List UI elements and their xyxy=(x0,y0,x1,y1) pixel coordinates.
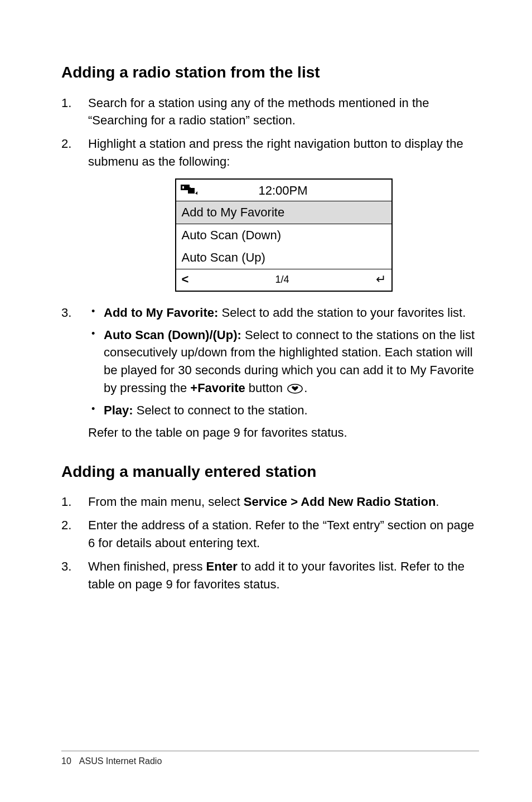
submenu-row-scan-down: Auto Scan (Down) xyxy=(176,224,391,247)
heading-add-manual: Adding a manually entered station xyxy=(61,461,479,484)
bullet-add-favorite: Add to My Favorite: Select to add the st… xyxy=(88,304,479,322)
step-2-text: Highlight a station and press the right … xyxy=(88,137,463,168)
bullet-add-favorite-text: Select to add the station to your favori… xyxy=(218,306,466,320)
s2-step-1b: . xyxy=(436,495,439,509)
submenu-footer-mid: 1/4 xyxy=(188,272,375,287)
heart-button-icon xyxy=(287,384,303,394)
s2-step-3: When finished, press Enter to add it to … xyxy=(61,558,479,593)
svg-rect-3 xyxy=(182,186,184,189)
steps-list-2: From the main menu, select Service > Add… xyxy=(61,493,479,593)
bullet-add-favorite-label: Add to My Favorite: xyxy=(104,306,218,320)
bullet-auto-scan: Auto Scan (Down)/(Up): Select to connect… xyxy=(88,326,479,398)
s2-step-3a: When finished, press xyxy=(88,559,206,573)
bullet-auto-scan-text-c: . xyxy=(304,381,307,395)
svg-marker-7 xyxy=(195,191,197,195)
svg-rect-5 xyxy=(189,189,194,192)
s2-step-3-bold: Enter xyxy=(206,559,238,573)
heading-add-from-list: Adding a radio station from the list xyxy=(61,61,479,84)
bullet-play-text: Select to connect to the station. xyxy=(133,403,308,417)
svg-rect-6 xyxy=(186,187,191,189)
step-3: Add to My Favorite: Select to add the st… xyxy=(61,304,479,442)
submenu-time: 12:00PM xyxy=(242,182,387,200)
step-1: Search for a station using any of the me… xyxy=(61,94,479,130)
step-2: Highlight a station and press the right … xyxy=(61,135,479,291)
submenu-footer-left: < xyxy=(182,270,189,288)
plus-favorite-bold: +Favorite xyxy=(190,381,245,395)
submenu-row-scan-up: Auto Scan (Up) xyxy=(176,247,391,269)
step-3-bullets: Add to My Favorite: Select to add the st… xyxy=(88,304,479,419)
submenu-row-favorite: Add to My Favorite xyxy=(176,201,391,224)
page-number: 10 xyxy=(61,756,71,766)
s2-step-1-bold: Service > Add New Radio Station xyxy=(244,495,436,509)
bullet-auto-scan-text-b: button xyxy=(245,381,286,395)
footer-title: ASUS Internet Radio xyxy=(79,756,162,766)
s2-step-2: Enter the address of a station. Refer to… xyxy=(61,516,479,552)
s2-step-1: From the main menu, select Service > Add… xyxy=(61,493,479,511)
s2-step-1a: From the main menu, select xyxy=(88,495,244,509)
submenu-header: 12:00PM xyxy=(176,180,391,201)
bullet-auto-scan-label: Auto Scan (Down)/(Up): xyxy=(104,328,241,342)
enter-icon: ↵ xyxy=(376,270,386,288)
step-3-refer-note: Refer to the table on page 9 for favorit… xyxy=(88,424,479,442)
submenu-footer: < 1/4 ↵ xyxy=(176,269,391,291)
submenu-screenshot: 12:00PM Add to My Favorite Auto Scan (Do… xyxy=(175,178,393,291)
page-footer: 10ASUS Internet Radio xyxy=(61,751,479,767)
steps-list-1: Search for a station using any of the me… xyxy=(61,94,479,442)
bullet-play-label: Play: xyxy=(104,403,133,417)
network-icon xyxy=(181,182,197,200)
bullet-play: Play: Select to connect to the station. xyxy=(88,402,479,419)
